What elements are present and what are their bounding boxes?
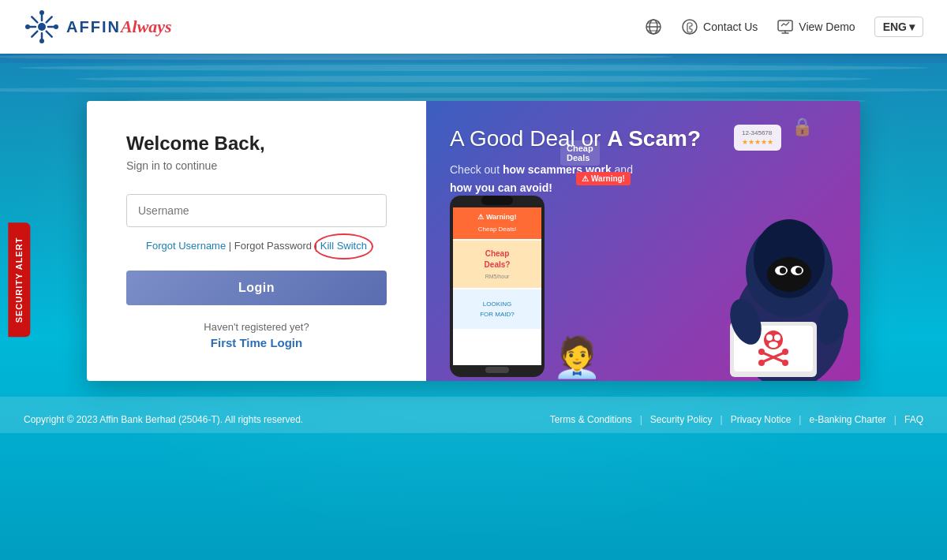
- separator-2: word: [290, 240, 312, 252]
- svg-point-26: [780, 267, 786, 274]
- forgot-links-area: Forgot Username | Forgot Password | Kill…: [126, 238, 387, 255]
- separator-3: |: [315, 240, 320, 252]
- svg-point-37: [782, 349, 788, 355]
- logo-always: Always: [121, 17, 172, 37]
- svg-rect-44: [453, 207, 541, 239]
- language-selector[interactable]: ENG ▾: [874, 17, 923, 37]
- svg-text:Cheap: Cheap: [485, 249, 510, 258]
- privacy-notice-link[interactable]: Privacy Notice: [731, 414, 792, 425]
- footer-links: Terms & Conditions | Security Policy | P…: [550, 414, 923, 425]
- footer-top: Copyright © 2023 Affin Bank Berhad (2504…: [24, 406, 923, 433]
- login-card: Welcome Back, Sign in to continue Forgot…: [87, 101, 860, 381]
- not-registered-text: Haven't registered yet?: [204, 321, 309, 333]
- contact-us-nav-item[interactable]: Contact Us: [681, 18, 758, 35]
- logo-affin: AFFIN: [66, 18, 121, 36]
- login-button[interactable]: Login: [126, 271, 387, 305]
- svg-line-7: [47, 17, 52, 22]
- footer-sep-4: |: [894, 414, 896, 425]
- warning-text: Warning!: [591, 174, 625, 183]
- svg-rect-19: [778, 21, 792, 31]
- header-nav: Contact Us View Demo ENG ▾: [645, 17, 923, 37]
- forgot-username-link[interactable]: Forgot Username: [146, 240, 226, 252]
- svg-point-23: [767, 257, 811, 292]
- svg-point-39: [782, 360, 788, 366]
- scammer-illustration: [608, 168, 860, 381]
- svg-line-5: [32, 17, 37, 22]
- login-panel: Welcome Back, Sign in to continue Forgot…: [87, 101, 426, 381]
- faq-link[interactable]: FAQ: [904, 414, 923, 425]
- chevron-down-icon: ▾: [909, 21, 915, 33]
- svg-rect-51: [453, 289, 541, 329]
- first-time-login-link[interactable]: First Time Login: [126, 336, 387, 349]
- contact-us-label: Contact Us: [703, 21, 758, 33]
- warning-badge: ⚠ Warning!: [576, 172, 631, 185]
- main-content: Welcome Back, Sign in to continue Forgot…: [0, 54, 947, 397]
- header: AFFIN Always Contact Us View Demo ENG: [0, 0, 947, 54]
- mobile-mockup: ⚠ Warning! Cheap Deals! Cheap Deals? RM5…: [442, 192, 552, 381]
- rating-widget: 12-345678 ★★★★★: [734, 125, 781, 151]
- promo-panel: A Good Deal or A Scam? Check out how sca…: [426, 101, 860, 381]
- footer-sep-3: |: [799, 414, 801, 425]
- security-alert-tab[interactable]: SECURITY ALERT: [8, 223, 30, 338]
- globe-nav-item[interactable]: [645, 18, 662, 35]
- separator-1: |: [229, 240, 234, 252]
- forgot-password-text: Forgot Pass: [234, 240, 290, 252]
- logo-area: AFFIN Always: [24, 9, 172, 45]
- ebanking-charter-link[interactable]: e-Banking Charter: [809, 414, 885, 425]
- svg-point-36: [758, 349, 765, 355]
- svg-point-31: [766, 334, 773, 341]
- svg-point-12: [54, 24, 58, 29]
- svg-line-8: [32, 32, 37, 37]
- svg-point-33: [769, 342, 778, 348]
- view-demo-label: View Demo: [799, 21, 855, 33]
- svg-rect-54: [481, 196, 513, 205]
- kill-switch-wrapper: Kill Switch: [320, 238, 367, 255]
- svg-point-32: [774, 334, 780, 341]
- phone-icon: [681, 18, 698, 35]
- svg-text:⚠ Warning!: ⚠ Warning!: [477, 213, 516, 221]
- svg-text:Deals?: Deals?: [485, 260, 511, 269]
- svg-line-6: [47, 32, 52, 37]
- welcome-subtitle: Sign in to continue: [126, 159, 387, 172]
- promo-sub-line1: Check out: [450, 163, 503, 176]
- footer-sep-1: |: [640, 414, 642, 425]
- svg-point-27: [795, 267, 802, 274]
- view-demo-nav-item[interactable]: View Demo: [777, 18, 855, 35]
- promo-title-bold: A Scam?: [607, 126, 701, 151]
- svg-text:LOOKING: LOOKING: [483, 301, 511, 308]
- cheap-deals-badge: CheapDeals: [560, 140, 600, 166]
- terms-link[interactable]: Terms & Conditions: [550, 414, 632, 425]
- lock-icon: 🔒: [792, 117, 813, 137]
- svg-rect-55: [485, 367, 509, 373]
- lang-label: ENG: [883, 21, 907, 33]
- svg-text:FOR MAID?: FOR MAID?: [480, 311, 515, 318]
- kill-switch-link[interactable]: Kill Switch: [320, 240, 367, 252]
- svg-point-10: [39, 39, 44, 43]
- svg-text:RM5/hour: RM5/hour: [485, 274, 510, 279]
- copyright-text: Copyright © 2023 Affin Bank Berhad (2504…: [24, 414, 303, 425]
- footer: Copyright © 2023 Affin Bank Berhad (2504…: [0, 397, 947, 433]
- svg-point-11: [25, 24, 30, 29]
- register-area: Haven't registered yet? First Time Login: [126, 321, 387, 349]
- welcome-title: Welcome Back,: [126, 133, 387, 155]
- affin-logo-icon: [24, 9, 60, 45]
- logo-text: AFFIN Always: [66, 17, 172, 37]
- footer-sep-2: |: [721, 414, 723, 425]
- svg-point-9: [39, 10, 44, 15]
- person-icon: 🧑‍💼: [552, 338, 601, 377]
- svg-point-38: [758, 360, 765, 366]
- svg-point-0: [38, 23, 46, 31]
- globe-icon: [645, 18, 662, 35]
- svg-text:Cheap Deals!: Cheap Deals!: [478, 226, 516, 233]
- security-policy-link[interactable]: Security Policy: [650, 414, 713, 425]
- username-input[interactable]: [126, 194, 387, 227]
- monitor-icon: [777, 18, 794, 35]
